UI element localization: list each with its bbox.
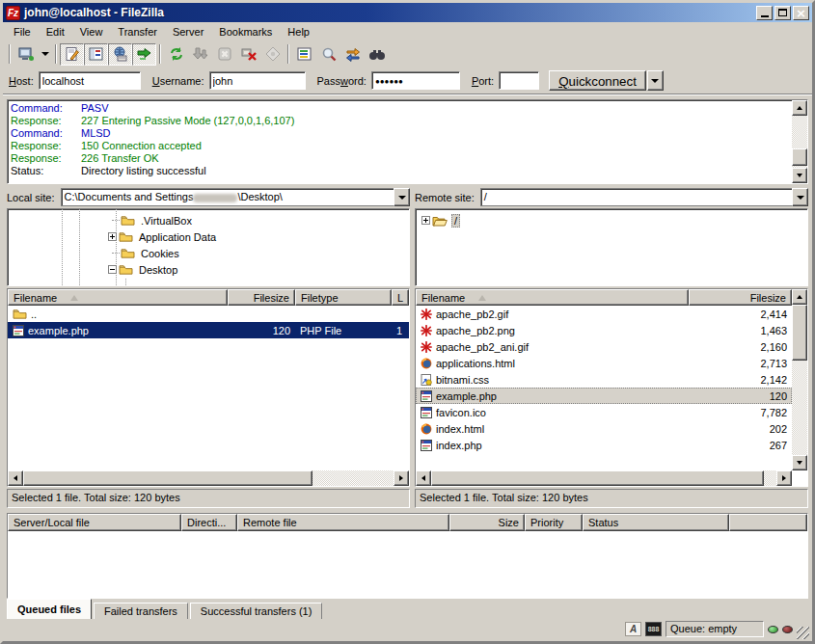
find-files-button[interactable]: [365, 43, 389, 66]
menu-help[interactable]: Help: [280, 24, 317, 40]
file-row[interactable]: index.html 202: [416, 420, 792, 437]
toggle-message-log-button[interactable]: [60, 43, 84, 66]
queue-column-direction[interactable]: Directi...: [181, 514, 237, 531]
tab-successful-transfers[interactable]: Successful transfers (1): [190, 603, 323, 619]
local-column-lastmodified[interactable]: L: [392, 289, 409, 306]
scroll-left-button[interactable]: [416, 470, 431, 486]
menu-view[interactable]: View: [72, 24, 111, 40]
file-row[interactable]: apache_pb2.png 1,463: [416, 322, 792, 338]
process-queue-button[interactable]: [188, 43, 212, 66]
scroll-up-button[interactable]: [792, 289, 807, 305]
file-row[interactable]: applications.html 2,713: [416, 355, 792, 371]
directory-filters-button[interactable]: [292, 43, 316, 66]
scroll-thumb[interactable]: [23, 470, 312, 486]
toggle-transfer-queue-button[interactable]: [132, 43, 156, 66]
menu-server[interactable]: Server: [165, 24, 211, 40]
synchronized-browsing-button[interactable]: [340, 43, 365, 66]
toggle-remote-tree-button[interactable]: [108, 43, 132, 66]
host-input[interactable]: [42, 74, 137, 87]
menu-transfer[interactable]: Transfer: [110, 24, 165, 40]
reconnect-button[interactable]: [260, 43, 285, 66]
remote-vertical-scrollbar[interactable]: [792, 289, 807, 470]
speed-limits-icon[interactable]: 888: [645, 622, 662, 636]
remote-path-value[interactable]: /: [480, 188, 792, 206]
titlebar[interactable]: Fz john@localhost - FileZilla ×: [3, 3, 812, 22]
queue-column-local-file[interactable]: Server/Local file: [8, 514, 181, 531]
menu-file[interactable]: File: [6, 24, 39, 40]
tree-item-virtualbox[interactable]: .VirtualBox: [112, 212, 194, 228]
disconnect-button[interactable]: [236, 43, 260, 66]
site-manager-button[interactable]: [14, 43, 38, 66]
local-path-combo[interactable]: C:\Documents and Settings\Desktop\: [61, 188, 410, 206]
file-row-selected[interactable]: example.php 120: [416, 388, 792, 404]
log-line: Response:227 Entering Passive Mode (127,…: [8, 115, 792, 127]
local-column-filename[interactable]: Filename: [8, 289, 228, 306]
remote-path-combo[interactable]: /: [480, 188, 808, 206]
file-row[interactable]: index.php 267: [416, 437, 792, 453]
cancel-button[interactable]: [212, 43, 236, 66]
password-input[interactable]: [375, 75, 456, 88]
port-input[interactable]: [503, 74, 535, 87]
tab-failed-transfers[interactable]: Failed transfers: [94, 603, 188, 619]
remote-horizontal-scrollbar[interactable]: [416, 470, 792, 486]
local-column-filesize[interactable]: Filesize: [228, 289, 295, 306]
remote-column-filename[interactable]: Filename: [416, 289, 689, 306]
message-log: Command:PASV Response:227 Entering Passi…: [7, 99, 808, 184]
toggle-local-tree-button[interactable]: [84, 43, 108, 66]
local-file-list-body[interactable]: .. example.php 120 PHP File 1: [8, 306, 409, 470]
scroll-down-button[interactable]: [792, 168, 807, 183]
local-directory-tree[interactable]: .VirtualBox Application Data Cookies Des…: [7, 208, 410, 286]
local-horizontal-scrollbar[interactable]: [8, 470, 409, 486]
queue-column-size[interactable]: Size: [449, 514, 525, 531]
scroll-down-button[interactable]: [792, 455, 807, 470]
scroll-thumb[interactable]: [431, 470, 764, 486]
scroll-thumb[interactable]: [792, 305, 807, 361]
queue-column-priority[interactable]: Priority: [525, 514, 583, 531]
remote-directory-tree[interactable]: /: [415, 208, 808, 286]
queue-column-status[interactable]: Status: [583, 514, 729, 531]
local-path-dropdown[interactable]: [394, 188, 410, 206]
local-column-filetype[interactable]: Filetype: [295, 289, 392, 306]
username-input[interactable]: [213, 74, 302, 87]
local-path-value[interactable]: C:\Documents and Settings\Desktop\: [61, 188, 394, 206]
tree-item-root[interactable]: /: [421, 212, 460, 228]
scroll-thumb[interactable]: [792, 148, 807, 166]
tree-item-cookies[interactable]: Cookies: [112, 245, 181, 261]
maximize-button[interactable]: [774, 6, 791, 20]
close-button[interactable]: ×: [793, 6, 809, 20]
refresh-button[interactable]: [164, 43, 188, 66]
scroll-right-button[interactable]: [776, 470, 792, 486]
file-row[interactable]: bitnami.css 2,142: [416, 371, 792, 388]
site-manager-dropdown[interactable]: [38, 43, 52, 66]
close-icon: ×: [796, 8, 806, 18]
queue-column-remote-file[interactable]: Remote file: [237, 514, 449, 531]
menu-bookmarks[interactable]: Bookmarks: [211, 24, 280, 40]
site-manager-icon: [17, 46, 35, 62]
file-row[interactable]: apache_pb2.gif 2,414: [416, 306, 792, 322]
scroll-left-button[interactable]: [8, 470, 23, 486]
directory-comparison-button[interactable]: [316, 43, 340, 66]
menu-edit[interactable]: Edit: [39, 24, 72, 40]
quickconnect-button[interactable]: Quickconnect: [549, 70, 646, 91]
tab-queued-files[interactable]: Queued files: [7, 599, 92, 619]
resize-grip[interactable]: [797, 627, 809, 639]
minimize-button[interactable]: [756, 6, 773, 20]
queue-body[interactable]: [8, 531, 807, 598]
tree-expand-icon[interactable]: [421, 216, 430, 225]
tree-item-desktop[interactable]: Desktop: [108, 261, 179, 278]
tree-expand-icon[interactable]: [108, 232, 117, 241]
quickconnect-dropdown[interactable]: [647, 70, 664, 91]
datatype-icon[interactable]: A: [625, 622, 641, 636]
parent-directory-row[interactable]: ..: [8, 306, 409, 322]
file-row[interactable]: apache_pb2_ani.gif 2,160: [416, 338, 792, 355]
tree-item-application-data[interactable]: Application Data: [108, 228, 218, 245]
file-row[interactable]: favicon.ico 7,782: [416, 404, 792, 420]
remote-file-list-body[interactable]: apache_pb2.gif 2,414 apache_pb2.png 1,46…: [416, 306, 792, 470]
log-scrollbar[interactable]: [792, 100, 807, 183]
scroll-up-button[interactable]: [792, 100, 807, 116]
file-row-example-php[interactable]: example.php 120 PHP File 1: [8, 322, 409, 338]
remote-column-filesize[interactable]: Filesize: [689, 289, 792, 306]
remote-path-dropdown[interactable]: [792, 188, 808, 206]
tree-collapse-icon[interactable]: [108, 265, 117, 274]
scroll-right-button[interactable]: [394, 470, 409, 486]
